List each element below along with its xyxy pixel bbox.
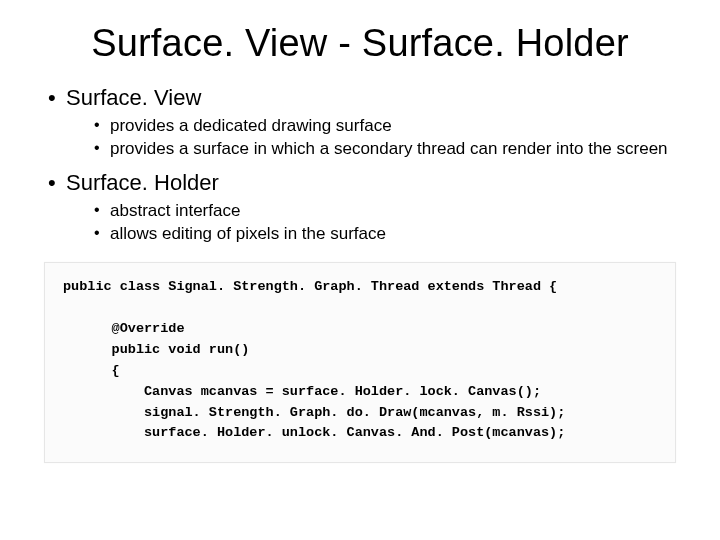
bullet-list: Surface. View provides a dedicated drawi…	[40, 85, 680, 244]
list-item: provides a surface in which a secondary …	[94, 138, 680, 159]
slide-title: Surface. View - Surface. Holder	[40, 22, 680, 65]
section-heading: Surface. Holder abstract interface allow…	[48, 170, 680, 245]
list-item: abstract interface	[94, 200, 680, 221]
section-heading-text: Surface. View	[66, 85, 201, 110]
sub-list: abstract interface allows editing of pix…	[66, 200, 680, 245]
section-heading: Surface. View provides a dedicated drawi…	[48, 85, 680, 160]
section-heading-text: Surface. Holder	[66, 170, 219, 195]
slide: Surface. View - Surface. Holder Surface.…	[0, 0, 720, 540]
list-item: provides a dedicated drawing surface	[94, 115, 680, 136]
sub-list: provides a dedicated drawing surface pro…	[66, 115, 680, 160]
list-item: allows editing of pixels in the surface	[94, 223, 680, 244]
code-block: public class Signal. Strength. Graph. Th…	[44, 262, 676, 463]
